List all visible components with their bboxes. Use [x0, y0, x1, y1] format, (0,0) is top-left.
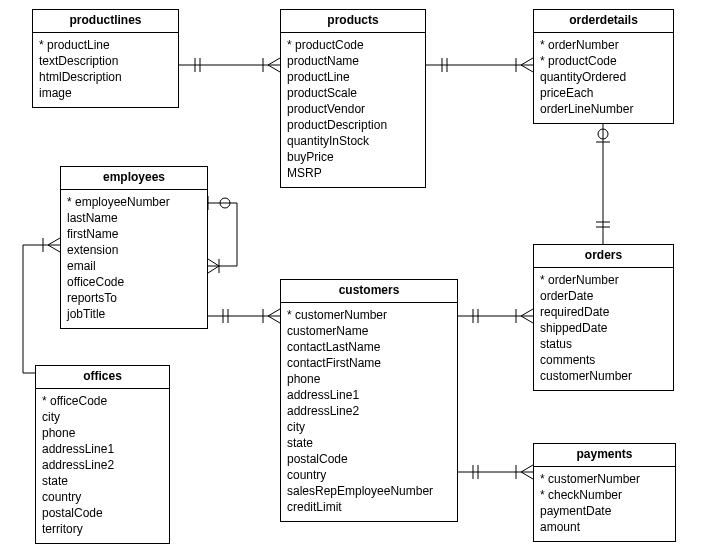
svg-line-34 — [268, 316, 280, 323]
entity-fields: * employeeNumber lastName firstName exte… — [61, 190, 207, 328]
field: addressLine1 — [42, 441, 163, 457]
field: quantityOrdered — [540, 69, 667, 85]
field: addressLine1 — [287, 387, 451, 403]
field: image — [39, 85, 172, 101]
field: email — [67, 258, 201, 274]
field: MSRP — [287, 165, 419, 181]
entity-fields: * orderNumber * productCode quantityOrde… — [534, 33, 673, 123]
entity-orderdetails: orderdetails * orderNumber * productCode… — [533, 9, 674, 124]
entity-title: productlines — [33, 10, 178, 33]
entity-title: employees — [61, 167, 207, 190]
entity-fields: * customerNumber * checkNumber paymentDa… — [534, 467, 675, 541]
svg-line-10 — [521, 58, 533, 65]
field: contactFirstName — [287, 355, 451, 371]
svg-point-38 — [220, 198, 230, 208]
entity-orders: orders * orderNumber orderDate requiredD… — [533, 244, 674, 391]
entity-fields: * productCode productName productLine pr… — [281, 33, 425, 187]
field: country — [287, 467, 451, 483]
svg-point-13 — [598, 129, 608, 139]
svg-line-11 — [521, 65, 533, 72]
svg-line-21 — [521, 309, 533, 316]
field: productLine — [287, 69, 419, 85]
entity-fields: * officeCode city phone addressLine1 add… — [36, 389, 169, 543]
field: firstName — [67, 226, 201, 242]
field: * customerNumber — [540, 471, 669, 487]
svg-line-42 — [208, 266, 219, 273]
entity-title: orderdetails — [534, 10, 673, 33]
field: * officeCode — [42, 393, 163, 409]
field: * productCode — [540, 53, 667, 69]
entity-title: offices — [36, 366, 169, 389]
field: * productLine — [39, 37, 172, 53]
svg-line-22 — [521, 316, 533, 323]
svg-line-33 — [268, 309, 280, 316]
field: orderLineNumber — [540, 101, 667, 117]
field: * checkNumber — [540, 487, 669, 503]
field: state — [42, 473, 163, 489]
field: addressLine2 — [42, 457, 163, 473]
entity-title: customers — [281, 280, 457, 303]
svg-line-50 — [48, 245, 60, 252]
entity-payments: payments * customerNumber * checkNumber … — [533, 443, 676, 542]
field: status — [540, 336, 667, 352]
field: salesRepEmployeeNumber — [287, 483, 451, 499]
field: shippedDate — [540, 320, 667, 336]
field: territory — [42, 521, 163, 537]
field: productScale — [287, 85, 419, 101]
field: * customerNumber — [287, 307, 451, 323]
svg-line-4 — [268, 58, 280, 65]
entity-customers: customers * customerNumber customerName … — [280, 279, 458, 522]
field: lastName — [67, 210, 201, 226]
field: customerName — [287, 323, 451, 339]
svg-line-27 — [521, 465, 533, 472]
field: buyPrice — [287, 149, 419, 165]
field: extension — [67, 242, 201, 258]
field: postalCode — [287, 451, 451, 467]
entity-employees: employees * employeeNumber lastName firs… — [60, 166, 208, 329]
field: amount — [540, 519, 669, 535]
field: productVendor — [287, 101, 419, 117]
entity-title: payments — [534, 444, 675, 467]
entity-fields: * productLine textDescription htmlDescri… — [33, 33, 178, 107]
field: orderDate — [540, 288, 667, 304]
entity-fields: * customerNumber customerName contactLas… — [281, 303, 457, 521]
field: productDescription — [287, 117, 419, 133]
field: htmlDescription — [39, 69, 172, 85]
svg-line-5 — [268, 65, 280, 72]
field: * productCode — [287, 37, 419, 53]
entity-products: products * productCode productName produ… — [280, 9, 426, 188]
field: * employeeNumber — [67, 194, 201, 210]
field: * orderNumber — [540, 272, 667, 288]
field: reportsTo — [67, 290, 201, 306]
field: contactLastName — [287, 339, 451, 355]
field: paymentDate — [540, 503, 669, 519]
entity-productlines: productlines * productLine textDescripti… — [32, 9, 179, 108]
field: officeCode — [67, 274, 201, 290]
entity-title: products — [281, 10, 425, 33]
field: creditLimit — [287, 499, 451, 515]
svg-line-41 — [208, 259, 219, 266]
svg-line-28 — [521, 472, 533, 479]
field: textDescription — [39, 53, 172, 69]
field: * orderNumber — [540, 37, 667, 53]
field: customerNumber — [540, 368, 667, 384]
field: city — [42, 409, 163, 425]
field: priceEach — [540, 85, 667, 101]
field: postalCode — [42, 505, 163, 521]
field: addressLine2 — [287, 403, 451, 419]
field: phone — [287, 371, 451, 387]
field: quantityInStock — [287, 133, 419, 149]
entity-offices: offices * officeCode city phone addressL… — [35, 365, 170, 544]
entity-title: orders — [534, 245, 673, 268]
field: country — [42, 489, 163, 505]
field: comments — [540, 352, 667, 368]
entity-fields: * orderNumber orderDate requiredDate shi… — [534, 268, 673, 390]
field: phone — [42, 425, 163, 441]
field: requiredDate — [540, 304, 667, 320]
svg-line-49 — [48, 238, 60, 245]
field: city — [287, 419, 451, 435]
field: jobTitle — [67, 306, 201, 322]
field: state — [287, 435, 451, 451]
field: productName — [287, 53, 419, 69]
